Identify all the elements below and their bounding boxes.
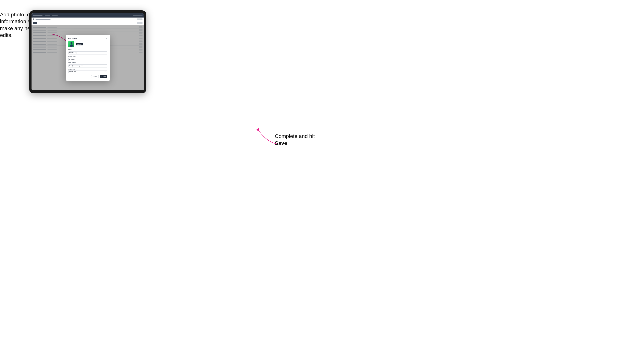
email-label: Email address bbox=[68, 62, 108, 63]
modal-footer: Cancel ⇧ Save bbox=[68, 75, 108, 78]
save-icon: ⇧ bbox=[101, 76, 102, 77]
school-year-label: School Year bbox=[68, 69, 108, 70]
breadcrumb-home-icon bbox=[33, 18, 34, 20]
annotation-right: Complete and hit Save. bbox=[275, 133, 320, 147]
modal-header: User details × bbox=[68, 37, 108, 39]
app-header bbox=[32, 13, 144, 17]
user-details-modal: User details × bbox=[66, 35, 110, 81]
chevron-down-icon: ▲▼ bbox=[104, 71, 107, 72]
name-input[interactable] bbox=[68, 51, 108, 54]
school-year-select-wrapper: Fourth Year × ▲▼ bbox=[68, 70, 108, 73]
school-year-select[interactable]: Fourth Year bbox=[68, 70, 108, 73]
photo-thumb-inner bbox=[68, 41, 74, 47]
display-name-field-group: Display name bbox=[68, 56, 108, 61]
upload-photo-button[interactable]: Upload bbox=[76, 43, 83, 45]
email-input[interactable] bbox=[68, 64, 108, 67]
save-label: Save bbox=[103, 76, 106, 77]
nav-item-connections[interactable] bbox=[45, 15, 50, 16]
annotation-right-suffix: . bbox=[287, 140, 288, 146]
modal-title: User details bbox=[68, 37, 77, 39]
app-header-right-area bbox=[133, 15, 142, 16]
breadcrumb-bar bbox=[32, 17, 144, 21]
photo-section: Upload bbox=[68, 41, 108, 47]
display-name-input[interactable] bbox=[68, 58, 108, 61]
cancel-button[interactable]: Cancel bbox=[91, 75, 99, 78]
annotation-right-bold: Save bbox=[275, 140, 287, 146]
app-logo bbox=[33, 15, 42, 16]
svg-point-1 bbox=[70, 44, 73, 47]
annotation-right-prefix: Complete and hit bbox=[275, 133, 315, 139]
school-year-value: Fourth Year bbox=[70, 71, 76, 72]
app-nav bbox=[45, 15, 58, 16]
nav-item-clubs[interactable] bbox=[52, 15, 58, 16]
tablet-screen: User details × bbox=[32, 13, 144, 90]
toolbar-primary-btn[interactable] bbox=[33, 22, 37, 24]
display-name-label: Display name bbox=[68, 56, 108, 57]
school-year-field-group: School Year Fourth Year × ▲▼ bbox=[68, 69, 108, 73]
user-photo-thumbnail bbox=[68, 41, 74, 47]
tablet-device: User details × bbox=[29, 10, 146, 93]
svg-point-0 bbox=[70, 42, 72, 44]
save-button[interactable]: ⇧ Save bbox=[100, 75, 108, 78]
toolbar-right-btn[interactable] bbox=[137, 22, 142, 24]
name-field-group: Name bbox=[68, 49, 108, 54]
breadcrumb-action-btn[interactable] bbox=[137, 18, 142, 20]
modal-overlay: User details × bbox=[32, 25, 144, 90]
name-label: Name bbox=[68, 49, 108, 50]
close-icon[interactable]: × bbox=[106, 37, 108, 39]
email-field-group: Email address bbox=[68, 62, 108, 67]
main-content: User details × bbox=[32, 25, 144, 90]
breadcrumb-text bbox=[36, 19, 50, 20]
toolbar bbox=[32, 21, 144, 25]
